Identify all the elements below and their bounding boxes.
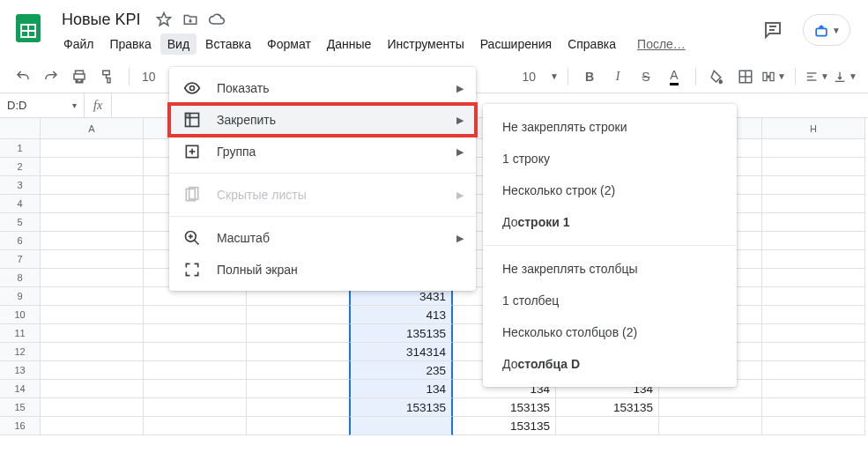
- column-header-A[interactable]: A: [41, 118, 144, 139]
- cell-A16[interactable]: [41, 417, 144, 435]
- redo-button[interactable]: [39, 64, 63, 89]
- cell-H15[interactable]: [762, 398, 865, 417]
- freeze-no-cols[interactable]: Не закреплять столбцы: [483, 253, 737, 285]
- cell-D12[interactable]: 314314: [349, 343, 453, 361]
- freeze-up-to-row[interactable]: До строки 1: [483, 206, 737, 238]
- cell-H12[interactable]: [762, 343, 865, 361]
- menu-item-fullscreen[interactable]: Полный экран: [169, 254, 476, 286]
- cell-A11[interactable]: [41, 324, 144, 343]
- cell-C10[interactable]: [247, 306, 350, 324]
- cell-A8[interactable]: [41, 269, 144, 287]
- horizontal-align-button[interactable]: ▼: [805, 64, 829, 89]
- cell-C11[interactable]: [247, 324, 350, 343]
- cell-C14[interactable]: [247, 380, 350, 398]
- print-button[interactable]: [67, 64, 92, 89]
- cell-B11[interactable]: [144, 324, 247, 343]
- zoom-value[interactable]: 10: [138, 70, 160, 84]
- menu-view[interactable]: Вид: [160, 33, 197, 55]
- cell-H8[interactable]: [762, 269, 865, 287]
- cell-A1[interactable]: [41, 139, 144, 158]
- cell-E16[interactable]: 153135: [453, 417, 556, 435]
- freeze-1-row[interactable]: 1 строку: [483, 143, 737, 174]
- cell-A15[interactable]: [41, 398, 144, 417]
- menu-item-freeze[interactable]: Закрепить ▶: [169, 104, 476, 136]
- menu-item-show[interactable]: Показать ▶: [169, 72, 476, 104]
- fill-color-button[interactable]: [705, 64, 730, 89]
- row-header-12[interactable]: 12: [0, 343, 41, 361]
- row-header-11[interactable]: 11: [0, 324, 41, 343]
- cell-H9[interactable]: [762, 287, 865, 306]
- cell-A14[interactable]: [41, 380, 144, 398]
- text-color-button[interactable]: A: [662, 64, 686, 89]
- menu-item-zoom[interactable]: Масштаб ▶: [169, 222, 476, 254]
- cell-A2[interactable]: [41, 158, 144, 176]
- row-header-14[interactable]: 14: [0, 380, 41, 398]
- cell-H3[interactable]: [762, 176, 865, 195]
- cell-D15[interactable]: 153135: [349, 398, 453, 417]
- cell-H1[interactable]: [762, 139, 865, 158]
- menu-format[interactable]: Формат: [260, 33, 318, 55]
- row-header-5[interactable]: 5: [0, 213, 41, 232]
- cell-G16[interactable]: [659, 417, 762, 435]
- row-header-2[interactable]: 2: [0, 158, 41, 176]
- cell-A12[interactable]: [41, 343, 144, 361]
- cell-H2[interactable]: [762, 158, 865, 176]
- row-header-13[interactable]: 13: [0, 361, 41, 380]
- menu-help[interactable]: Справка: [560, 33, 623, 55]
- menu-data[interactable]: Данные: [320, 33, 379, 55]
- cell-B13[interactable]: [144, 361, 247, 380]
- freeze-1-col[interactable]: 1 столбец: [483, 285, 737, 316]
- name-box[interactable]: D:D ▾: [0, 93, 85, 117]
- cell-A6[interactable]: [41, 232, 144, 250]
- cell-B10[interactable]: [144, 306, 247, 324]
- paint-format-button[interactable]: [95, 64, 120, 89]
- sheets-logo[interactable]: [11, 11, 46, 46]
- freeze-no-rows[interactable]: Не закреплять строки: [483, 111, 737, 143]
- cloud-status-icon[interactable]: [208, 11, 226, 28]
- menu-tools[interactable]: Инструменты: [380, 33, 471, 55]
- select-all-corner[interactable]: [0, 118, 41, 139]
- cell-D11[interactable]: 135135: [349, 324, 453, 343]
- row-header-1[interactable]: 1: [0, 139, 41, 158]
- row-header-6[interactable]: 6: [0, 232, 41, 250]
- row-header-7[interactable]: 7: [0, 250, 41, 269]
- cell-H16[interactable]: [762, 417, 865, 435]
- star-icon[interactable]: [155, 11, 173, 28]
- cell-D14[interactable]: 134: [349, 380, 453, 398]
- cell-H4[interactable]: [762, 195, 865, 213]
- row-header-3[interactable]: 3: [0, 176, 41, 195]
- cell-C13[interactable]: [247, 361, 350, 380]
- freeze-multi-rows[interactable]: Несколько строк (2): [483, 174, 737, 206]
- row-header-8[interactable]: 8: [0, 269, 41, 287]
- cell-C16[interactable]: [247, 417, 350, 435]
- cell-E15[interactable]: 153135: [453, 398, 556, 417]
- cell-H14[interactable]: [762, 380, 865, 398]
- row-header-9[interactable]: 9: [0, 287, 41, 306]
- cell-A7[interactable]: [41, 250, 144, 269]
- chevron-down-icon[interactable]: ▼: [550, 71, 559, 81]
- cell-C15[interactable]: [247, 398, 350, 417]
- cell-A13[interactable]: [41, 361, 144, 380]
- row-header-16[interactable]: 16: [0, 417, 41, 435]
- cell-G15[interactable]: [659, 398, 762, 417]
- cell-B14[interactable]: [144, 380, 247, 398]
- cell-B16[interactable]: [144, 417, 247, 435]
- cell-B12[interactable]: [144, 343, 247, 361]
- cell-D10[interactable]: 413: [349, 306, 453, 324]
- move-to-folder-icon[interactable]: [182, 11, 199, 28]
- menu-insert[interactable]: Вставка: [198, 33, 258, 55]
- cell-D13[interactable]: 235: [349, 361, 453, 380]
- menu-last-edit[interactable]: После…: [630, 33, 693, 55]
- cell-H11[interactable]: [762, 324, 865, 343]
- cell-H13[interactable]: [762, 361, 865, 380]
- cell-H7[interactable]: [762, 250, 865, 269]
- cell-A4[interactable]: [41, 195, 144, 213]
- cell-D16[interactable]: [349, 417, 453, 435]
- menu-edit[interactable]: Правка: [102, 33, 158, 55]
- borders-button[interactable]: [733, 64, 758, 89]
- menu-file[interactable]: Файл: [56, 33, 100, 55]
- cell-B15[interactable]: [144, 398, 247, 417]
- menu-extensions[interactable]: Расширения: [473, 33, 559, 55]
- cell-C12[interactable]: [247, 343, 350, 361]
- cell-F16[interactable]: [556, 417, 659, 435]
